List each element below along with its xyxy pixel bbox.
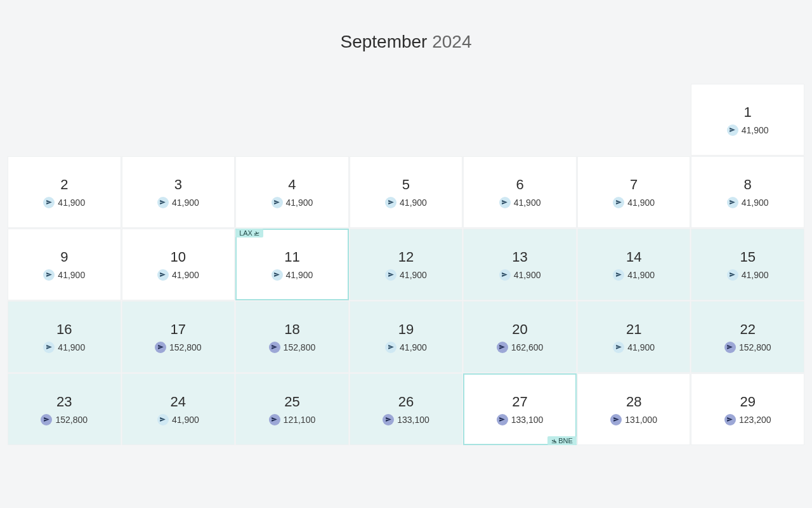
price-row: 41,900: [272, 197, 313, 208]
calendar-grid: 141,900241,900341,900441,900541,900641,9…: [8, 84, 804, 445]
price-row: 41,900: [157, 197, 199, 208]
calendar-day-cell[interactable]: 18152,800: [235, 301, 349, 373]
price-value: 121,100: [284, 415, 316, 425]
price-value: 41,900: [514, 270, 541, 280]
day-number: 13: [512, 249, 527, 265]
calendar-day-cell[interactable]: 22152,800: [691, 301, 804, 373]
plane-icon: [157, 269, 169, 281]
calendar-day-cell[interactable]: 28131,000: [577, 373, 691, 445]
calendar-day-cell[interactable]: 1641,900: [8, 301, 121, 373]
price-row: 152,800: [41, 414, 88, 425]
plane-icon: [41, 414, 52, 425]
day-number: 14: [626, 249, 641, 265]
plane-icon: [383, 414, 394, 425]
plane-icon: [497, 414, 508, 425]
day-number: 26: [398, 394, 414, 410]
departure-code: LAX: [239, 229, 252, 237]
calendar-day-cell[interactable]: 1341,900: [463, 229, 577, 300]
plane-icon: [613, 197, 624, 208]
calendar-day-cell[interactable]: 141,900: [691, 84, 804, 156]
calendar-cell-empty: [577, 84, 691, 156]
plane-icon: [385, 197, 396, 208]
calendar-day-cell[interactable]: 1541,900: [691, 229, 804, 300]
calendar-day-cell[interactable]: 17152,800: [122, 301, 235, 373]
day-number: 6: [516, 177, 523, 193]
price-row: 41,900: [385, 269, 427, 281]
calendar-day-cell[interactable]: 641,900: [463, 156, 577, 228]
calendar-day-cell[interactable]: 1441,900: [577, 229, 691, 300]
calendar-day-cell[interactable]: 841,900: [691, 156, 804, 228]
price-value: 152,800: [284, 342, 316, 352]
price-value: 123,200: [739, 415, 771, 425]
price-value: 133,100: [511, 415, 544, 425]
price-value: 41,900: [742, 270, 769, 280]
day-number: 15: [740, 249, 755, 265]
day-number: 7: [630, 177, 638, 193]
calendar-cell-empty: [122, 84, 235, 156]
day-number: 3: [174, 177, 182, 193]
price-value: 41,900: [627, 270, 655, 280]
plane-icon: [269, 414, 280, 425]
price-value: 133,100: [397, 415, 429, 425]
price-value: 41,900: [742, 125, 769, 135]
price-row: 41,900: [43, 342, 85, 353]
calendar-day-cell[interactable]: 1141,900LAX: [235, 229, 349, 300]
calendar-day-cell[interactable]: 25121,100: [235, 373, 349, 445]
plane-icon: [272, 269, 283, 281]
plane-icon: [385, 342, 396, 353]
day-number: 10: [171, 249, 186, 265]
calendar-day-cell[interactable]: 741,900: [577, 156, 691, 228]
price-value: 41,900: [58, 197, 85, 208]
day-number: 25: [284, 394, 299, 410]
price-value: 41,900: [58, 342, 85, 352]
calendar-day-cell[interactable]: 441,900: [235, 156, 349, 228]
calendar-cell-empty: [235, 84, 349, 156]
price-value: 41,900: [627, 342, 655, 352]
calendar-cell-empty: [8, 84, 121, 156]
calendar-cell-empty: [463, 84, 577, 156]
plane-icon: [43, 269, 55, 281]
price-value: 41,900: [172, 270, 199, 280]
day-number: 19: [398, 321, 414, 338]
price-row: 152,800: [724, 342, 771, 353]
calendar-day-cell[interactable]: 26133,100: [350, 373, 463, 445]
plane-icon: [727, 124, 738, 136]
plane-land-icon: [551, 438, 557, 444]
calendar-day-cell[interactable]: 1241,900: [350, 229, 463, 300]
day-number: 11: [284, 249, 299, 265]
calendar-cell-empty: [350, 84, 463, 156]
calendar-day-cell[interactable]: 1941,900: [350, 301, 463, 373]
calendar-day-cell[interactable]: 29123,200: [691, 373, 804, 445]
day-number: 22: [740, 321, 755, 338]
calendar-day-cell[interactable]: 241,900: [8, 156, 121, 228]
price-value: 41,900: [172, 415, 199, 425]
plane-takeoff-icon: [254, 231, 259, 236]
price-row: 41,900: [385, 342, 427, 353]
calendar-day-cell[interactable]: 27133,100BNE: [463, 373, 577, 445]
calendar-day-cell[interactable]: 341,900: [122, 156, 235, 228]
calendar-day-cell[interactable]: 2441,900: [122, 373, 235, 445]
price-row: 41,900: [43, 269, 85, 281]
price-value: 41,900: [400, 342, 427, 352]
calendar-day-cell[interactable]: 941,900: [8, 229, 121, 300]
plane-icon: [499, 197, 511, 208]
price-value: 41,900: [742, 197, 769, 208]
price-row: 121,100: [269, 414, 316, 425]
day-number: 27: [512, 394, 527, 410]
price-row: 41,900: [272, 269, 313, 281]
calendar-day-cell[interactable]: 541,900: [350, 156, 463, 228]
day-number: 4: [288, 177, 296, 193]
plane-icon: [724, 342, 736, 353]
plane-icon: [497, 342, 508, 353]
price-value: 152,800: [169, 342, 202, 352]
price-value: 152,800: [739, 342, 771, 352]
price-row: 152,800: [269, 342, 316, 353]
price-row: 41,900: [727, 197, 769, 208]
calendar-day-cell[interactable]: 2141,900: [577, 301, 691, 373]
calendar-day-cell[interactable]: 1041,900: [122, 229, 235, 300]
price-row: 41,900: [613, 197, 655, 208]
calendar-day-cell[interactable]: 23152,800: [8, 373, 121, 445]
price-row: 41,900: [727, 269, 769, 281]
plane-icon: [727, 197, 738, 208]
calendar-day-cell[interactable]: 20162,600: [463, 301, 577, 373]
